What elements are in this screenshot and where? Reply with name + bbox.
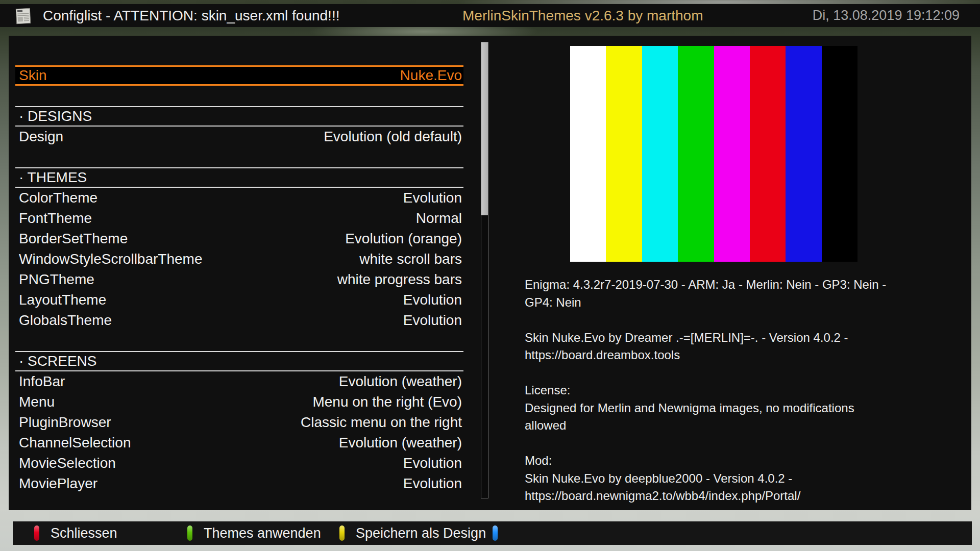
- row-label: ChannelSelection: [19, 435, 131, 451]
- info-line: GP4: Nein: [525, 294, 913, 312]
- row-value: Evolution (weather): [339, 435, 462, 451]
- info-line: Designed for Merlin and Newnigma images,…: [525, 399, 913, 417]
- row-value: Menu on the right (Evo): [312, 394, 462, 410]
- title-bar: Configlist - ATTENTION: skin_user.xml fo…: [0, 4, 980, 27]
- green-key-icon: [187, 525, 192, 541]
- row-label: · SCREENS: [19, 353, 96, 369]
- info-line: Enigma: 4.3.2r7-2019-07-30 - ARM: Ja - M…: [525, 276, 913, 294]
- button-label: Themes anwenden: [204, 525, 321, 541]
- row-label: MoviePlayer: [19, 475, 97, 492]
- row-value: Classic menu on the right: [301, 414, 462, 431]
- blue-button[interactable]: [493, 521, 509, 545]
- app-title: MerlinSkinThemes v2.6.3 by marthom: [462, 4, 703, 27]
- info-line: https://board.newnigma2.to/wbb4/index.ph…: [525, 487, 913, 505]
- row-value: Evolution: [403, 475, 462, 492]
- button-label: Speichern als Design: [356, 525, 486, 541]
- row-value: white scroll bars: [359, 251, 462, 267]
- row-label: Menu: [19, 394, 55, 410]
- config-row-windowstylescrollbartheme[interactable]: WindowStyleScrollbarThemewhite scroll ba…: [15, 249, 463, 269]
- color-bars-test-image: [570, 46, 857, 262]
- row-label: MovieSelection: [19, 455, 116, 471]
- config-row-pluginbrowser[interactable]: PluginBrowserClassic menu on the right: [15, 412, 463, 433]
- row-label: ColorTheme: [19, 190, 97, 206]
- row-value: Evolution (orange): [345, 231, 462, 247]
- row-label: · DESIGNS: [19, 108, 92, 124]
- newspaper-icon: [14, 7, 33, 25]
- row-value: white progress bars: [337, 271, 462, 288]
- row-label: PNGTheme: [19, 271, 94, 288]
- row-value: Evolution (weather): [339, 373, 462, 390]
- row-label: PluginBrowser: [19, 414, 111, 431]
- row-value: Evolution: [403, 312, 462, 329]
- row-label: · THEMES: [19, 169, 87, 186]
- row-label: GlobalsTheme: [19, 312, 112, 329]
- info-line: [525, 435, 913, 453]
- blue-key-icon: [493, 525, 498, 541]
- config-list: SkinNuke.Evo· DESIGNSDesignEvolution (ol…: [15, 65, 463, 494]
- row-label: InfoBar: [19, 373, 65, 390]
- config-row-channelselection[interactable]: ChannelSelectionEvolution (weather): [15, 433, 463, 453]
- config-row-globalstheme[interactable]: GlobalsThemeEvolution: [15, 310, 463, 331]
- info-line: License:: [525, 382, 913, 399]
- window-title: Configlist - ATTENTION: skin_user.xml fo…: [43, 4, 339, 27]
- info-line: Skin Nuke.Evo by Dreamer .-=[MERLIN]=-. …: [525, 329, 913, 347]
- green-button[interactable]: Themes anwenden: [187, 521, 321, 545]
- scrollbar-thumb[interactable]: [481, 42, 488, 215]
- row-value: Evolution: [403, 190, 462, 206]
- footer-button-bar: SchliessenThemes anwendenSpeichern als D…: [13, 521, 972, 545]
- row-value: Evolution: [403, 455, 462, 471]
- info-line: allowed: [525, 417, 913, 435]
- config-row-infobar[interactable]: InfoBarEvolution (weather): [15, 371, 463, 392]
- config-row-design[interactable]: DesignEvolution (old default): [15, 127, 463, 147]
- section-header: · THEMES: [15, 167, 463, 188]
- info-line: [525, 364, 913, 382]
- button-label: Schliessen: [51, 525, 117, 541]
- config-row-bordersettheme[interactable]: BorderSetThemeEvolution (orange): [15, 229, 463, 249]
- config-row-skin[interactable]: SkinNuke.Evo: [15, 65, 463, 86]
- color-bar: [714, 46, 750, 262]
- red-button[interactable]: Schliessen: [34, 521, 117, 545]
- yellow-button[interactable]: Speichern als Design: [339, 521, 486, 545]
- row-value: Normal: [416, 210, 462, 227]
- spacer-row: [15, 331, 463, 351]
- info-line: Mod:: [525, 452, 913, 470]
- info-line: [525, 311, 913, 329]
- row-label: WindowStyleScrollbarTheme: [19, 251, 202, 267]
- color-bar: [750, 46, 786, 262]
- config-row-pngtheme[interactable]: PNGThemewhite progress bars: [15, 269, 463, 290]
- yellow-key-icon: [339, 525, 345, 541]
- row-label: Design: [19, 129, 63, 145]
- config-row-fonttheme[interactable]: FontThemeNormal: [15, 208, 463, 229]
- skin-info-text: Enigma: 4.3.2r7-2019-07-30 - ARM: Ja - M…: [525, 276, 913, 505]
- spacer-row: [15, 147, 463, 167]
- info-line: https://board.dreambox.tools: [525, 346, 913, 364]
- row-value: Evolution (old default): [324, 129, 462, 145]
- color-bar: [678, 46, 714, 262]
- config-row-menu[interactable]: MenuMenu on the right (Evo): [15, 392, 463, 412]
- row-label: LayoutTheme: [19, 292, 106, 308]
- color-bar: [786, 46, 821, 262]
- row-value: Evolution: [403, 292, 462, 308]
- row-label: Skin: [19, 67, 46, 84]
- color-bar: [822, 46, 857, 262]
- datetime-label: Di, 13.08.2019 19:12:09: [813, 4, 960, 27]
- section-header: · SCREENS: [15, 351, 463, 371]
- row-label: BorderSetTheme: [19, 231, 128, 247]
- config-row-movieselection[interactable]: MovieSelectionEvolution: [15, 453, 463, 473]
- color-bar: [606, 46, 642, 262]
- scrollbar-track[interactable]: [481, 42, 488, 498]
- spacer-row: [15, 86, 463, 106]
- color-bar: [570, 46, 606, 262]
- section-header: · DESIGNS: [15, 106, 463, 127]
- config-row-colortheme[interactable]: ColorThemeEvolution: [15, 188, 463, 208]
- main-panel: SkinNuke.Evo· DESIGNSDesignEvolution (ol…: [9, 36, 971, 510]
- row-value: Nuke.Evo: [400, 67, 462, 84]
- row-label: FontTheme: [19, 210, 92, 227]
- config-row-layouttheme[interactable]: LayoutThemeEvolution: [15, 290, 463, 310]
- color-bar: [642, 46, 678, 262]
- config-row-movieplayer[interactable]: MoviePlayerEvolution: [15, 473, 463, 494]
- red-key-icon: [34, 525, 39, 541]
- info-line: Skin Nuke.Evo by deepblue2000 - Version …: [525, 470, 913, 488]
